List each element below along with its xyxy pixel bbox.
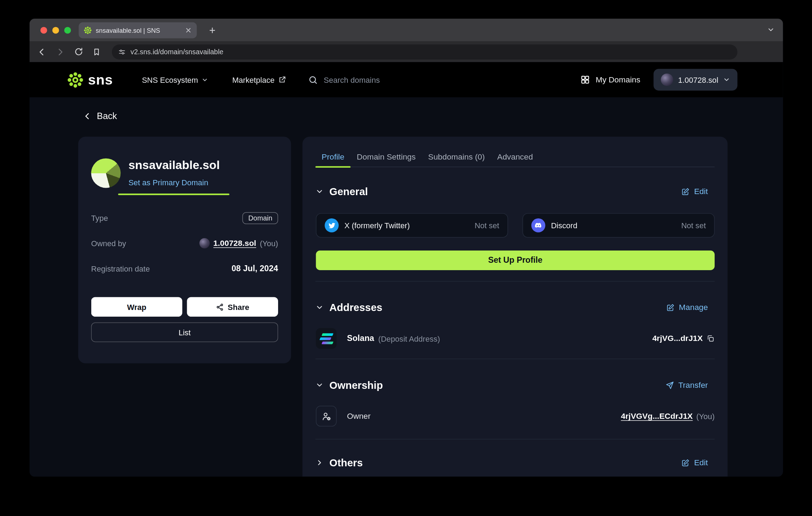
back-icon[interactable] — [37, 47, 47, 57]
others-edit-label: Edit — [694, 458, 708, 467]
owner-you-suffix: (You) — [260, 239, 278, 248]
owner-person-gear-icon — [316, 406, 337, 427]
tab-profile[interactable]: Profile — [315, 147, 351, 167]
sns-logo-icon — [67, 72, 84, 88]
tab-close-icon[interactable]: ✕ — [185, 26, 191, 34]
new-tab-button[interactable]: + — [204, 22, 220, 38]
divider — [315, 281, 715, 281]
edit-icon — [681, 187, 690, 196]
others-edit-button[interactable]: Edit — [681, 458, 708, 467]
share-icon — [216, 303, 223, 311]
chevron-down-icon — [315, 187, 324, 196]
registration-label: Registration date — [91, 264, 150, 273]
owner-you-suffix: (You) — [696, 412, 715, 421]
others-expand-toggle[interactable]: Others — [315, 457, 363, 469]
owner-domain-link[interactable]: 1.00728.sol — [213, 238, 256, 248]
list-button[interactable]: List — [91, 322, 278, 342]
browser-tab-bar: snsavailable.sol | SNS ✕ + — [30, 19, 783, 42]
site-settings-icon[interactable] — [118, 48, 126, 56]
header-right: My Domains 1.00728.sol — [580, 69, 737, 91]
solana-icon — [316, 328, 337, 349]
address-bar[interactable]: v2.sns.id/domain/snsavailable — [112, 44, 737, 60]
detail-tabs: Profile Domain Settings Subdomains (0) A… — [315, 147, 715, 167]
solana-address-value: 4rjVG...drJ1X — [652, 334, 715, 343]
ownership-transfer-label: Transfer — [678, 380, 708, 390]
desktop: snsavailable.sol | SNS ✕ + — [0, 0, 812, 516]
copy-icon[interactable] — [706, 334, 715, 343]
ownership-title: Ownership — [330, 379, 383, 391]
ownership-collapse-toggle[interactable]: Ownership — [315, 379, 383, 391]
domain-name: snsavailable.sol — [128, 158, 220, 173]
tab-domain-settings[interactable]: Domain Settings — [351, 147, 422, 167]
search-placeholder: Search domains — [324, 75, 380, 84]
general-edit-button[interactable]: Edit — [681, 187, 708, 196]
nav-marketplace-label: Marketplace — [232, 75, 275, 84]
twitter-label: X (formerly Twitter) — [344, 221, 410, 230]
social-cards: X (formerly Twitter) Not set Discord Not… — [316, 213, 714, 237]
chevron-left-icon — [83, 112, 92, 120]
external-link-icon — [278, 76, 287, 84]
chevron-down-icon — [315, 303, 324, 312]
edit-icon — [681, 458, 690, 467]
discord-label: Discord — [551, 221, 577, 230]
close-window-button[interactable] — [41, 27, 47, 33]
twitter-card[interactable]: X (formerly Twitter) Not set — [316, 213, 508, 237]
back-link[interactable]: Back — [83, 111, 117, 122]
chevron-down-icon — [723, 76, 730, 83]
addresses-collapse-toggle[interactable]: Addresses — [315, 301, 382, 313]
domain-detail-panel: Profile Domain Settings Subdomains (0) A… — [302, 137, 727, 477]
owned-by-row: Owned by 1.00728.sol (You) — [91, 237, 278, 250]
type-label: Type — [91, 213, 108, 222]
account-menu-button[interactable]: 1.00728.sol — [654, 69, 737, 91]
page-content: Back snsavailable.sol Set as Primary Dom… — [30, 97, 783, 477]
tab-favicon-icon — [84, 26, 92, 34]
window-controls — [41, 27, 71, 33]
owned-by-value: 1.00728.sol (You) — [199, 238, 278, 248]
green-underline — [118, 194, 229, 195]
search-domains[interactable]: Search domains — [308, 75, 380, 85]
sns-logo[interactable]: sns — [67, 72, 113, 88]
discord-status: Not set — [681, 221, 706, 230]
tab-search-chevron-icon[interactable] — [767, 26, 775, 36]
owner-row: Owner 4rjVGVg...ECdrJ1X (You) — [316, 406, 714, 427]
discord-card[interactable]: Discord Not set — [523, 213, 715, 237]
chevron-right-icon — [315, 459, 324, 467]
set-primary-domain-link[interactable]: Set as Primary Domain — [128, 178, 208, 187]
type-badge: Domain — [242, 212, 278, 224]
nav-sns-ecosystem[interactable]: SNS Ecosystem — [142, 75, 209, 84]
addresses-manage-button[interactable]: Manage — [666, 303, 708, 312]
general-title: General — [330, 186, 368, 198]
set-up-profile-button[interactable]: Set Up Profile — [316, 250, 714, 270]
minimize-window-button[interactable] — [52, 27, 59, 33]
solana-note: (Deposit Address) — [378, 334, 440, 343]
reload-icon[interactable] — [74, 47, 83, 56]
type-row: Type Domain — [91, 211, 278, 225]
logo-text: sns — [88, 72, 113, 88]
zoom-window-button[interactable] — [64, 27, 71, 33]
owner-avatar — [199, 238, 210, 248]
others-section-header: Others Edit — [315, 455, 708, 470]
addresses-title: Addresses — [330, 301, 382, 313]
browser-tab[interactable]: snsavailable.sol | SNS ✕ — [79, 22, 197, 38]
solana-address-row: Solana (Deposit Address) 4rjVG...drJ1X — [316, 328, 714, 349]
share-button[interactable]: Share — [187, 297, 278, 317]
my-domains-button[interactable]: My Domains — [580, 75, 640, 85]
account-avatar — [661, 74, 673, 86]
general-collapse-toggle[interactable]: General — [315, 186, 368, 198]
chevron-down-icon — [315, 381, 324, 389]
edit-icon — [666, 303, 675, 312]
chevron-down-icon — [202, 76, 208, 83]
bookmark-icon[interactable] — [92, 47, 101, 56]
tab-title: snsavailable.sol | SNS — [96, 27, 181, 34]
twitter-status: Not set — [475, 221, 499, 230]
forward-icon[interactable] — [55, 47, 65, 57]
tab-subdomains[interactable]: Subdomains (0) — [422, 147, 491, 167]
owner-label: Owner — [347, 411, 370, 421]
ownership-transfer-button[interactable]: Transfer — [665, 380, 708, 390]
nav-marketplace[interactable]: Marketplace — [232, 75, 287, 84]
twitter-icon — [325, 218, 339, 232]
solana-label: Solana — [347, 334, 374, 343]
wrap-button[interactable]: Wrap — [91, 297, 183, 317]
owner-address-link[interactable]: 4rjVGVg...ECdrJ1X — [621, 411, 693, 421]
tab-advanced[interactable]: Advanced — [491, 147, 539, 167]
